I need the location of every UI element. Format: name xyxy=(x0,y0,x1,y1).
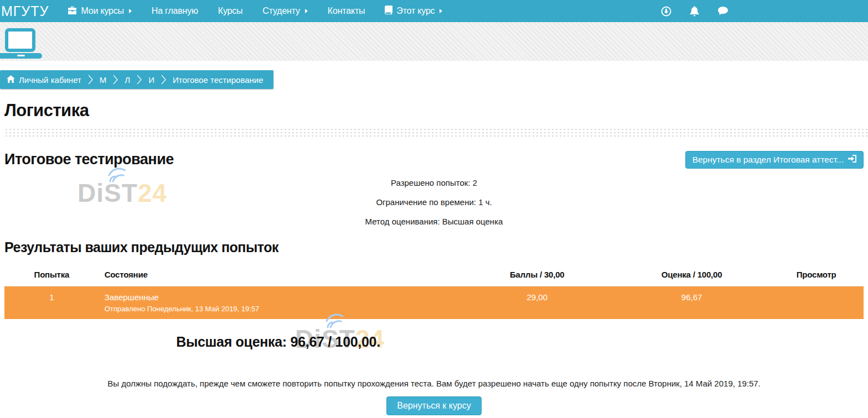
nav-item-courses[interactable]: Курсы xyxy=(208,0,253,22)
laptop-base xyxy=(0,53,42,59)
nav-label: Мои курсы xyxy=(81,6,123,16)
cell-attempt-number: 1 xyxy=(4,286,99,320)
nav-item-student[interactable]: Студенту xyxy=(252,0,318,22)
header-state: Состояние xyxy=(99,262,460,286)
back-to-section-button[interactable]: Вернуться в раздел Итоговая аттест... xyxy=(685,151,864,169)
breadcrumb-i[interactable]: И xyxy=(148,75,154,85)
quiz-info: DiST24 Разрешено попыток: 2 Ограничение … xyxy=(0,178,868,226)
caret-right-icon xyxy=(129,9,132,13)
breadcrumb-current: Итоговое тестирование xyxy=(173,75,264,85)
nav-label: Курсы xyxy=(218,6,243,16)
header-band xyxy=(0,22,868,61)
breadcrumb-label: Личный кабинет xyxy=(19,75,81,85)
cell-state: Завершенные Отправлено Понедельник, 13 М… xyxy=(99,286,460,320)
grading-method-text: Метод оценивания: Высшая оценка xyxy=(0,217,868,226)
cell-grade: 96,67 xyxy=(614,286,769,320)
bell-icon[interactable] xyxy=(690,6,699,17)
chevron-right-icon xyxy=(137,75,142,85)
navbar-right-icons xyxy=(661,6,868,17)
breadcrumb-l[interactable]: Л xyxy=(125,75,130,85)
chevron-right-icon xyxy=(161,75,166,85)
header-attempt: Попытка xyxy=(4,262,99,286)
attempts-allowed-text: Разрешено попыток: 2 xyxy=(0,178,868,187)
book-icon xyxy=(385,6,392,17)
caret-right-icon xyxy=(305,9,308,13)
breadcrumb-m[interactable]: М xyxy=(100,75,107,85)
nav-item-contacts[interactable]: Контакты xyxy=(318,0,375,22)
nav-item-this-course[interactable]: Этот курс xyxy=(375,0,452,22)
chevron-right-icon xyxy=(113,75,118,85)
nav-item-home[interactable]: На главную xyxy=(142,0,208,22)
nav-item-my-courses[interactable]: Мои курсы xyxy=(58,0,141,22)
caret-right-icon xyxy=(440,9,442,13)
course-title: Логистика xyxy=(4,101,868,121)
arrow-circle-down-icon[interactable] xyxy=(661,6,671,17)
nav-label: Студенту xyxy=(262,6,300,16)
nav-label: Этот курс xyxy=(396,6,435,16)
cell-review xyxy=(769,286,864,320)
laptop-logo-icon[interactable] xyxy=(0,28,42,59)
chevron-right-icon xyxy=(88,75,93,85)
dotted-divider xyxy=(4,128,868,137)
table-header-row: Попытка Состояние Баллы / 30,00 Оценка /… xyxy=(4,262,864,286)
top-navbar: МГУТУ Мои курсы На главную Курсы Студент… xyxy=(0,0,868,22)
comment-icon[interactable] xyxy=(717,6,728,16)
briefcase-icon xyxy=(68,6,77,17)
nav-label: На главную xyxy=(152,6,198,16)
table-row: 1 Завершенные Отправлено Понедельник, 13… xyxy=(4,286,864,320)
state-detail: Отправлено Понедельник, 13 Май 2019, 19:… xyxy=(105,305,454,313)
nav-label: Контакты xyxy=(328,6,365,16)
cell-marks: 29,00 xyxy=(460,286,614,320)
quiz-title: Итоговое тестирование xyxy=(4,151,174,168)
results-heading: Результаты ваших предыдущих попыток xyxy=(4,239,868,255)
back-to-course-button[interactable]: Вернуться к курсу xyxy=(386,396,481,415)
state-label: Завершенные xyxy=(105,292,454,302)
back-to-section-label: Вернуться в раздел Итоговая аттест... xyxy=(693,155,844,165)
best-grade-text: Высшая оценка: 96,67 / 100,00. xyxy=(0,334,556,350)
header-review: Просмотр xyxy=(769,262,864,286)
breadcrumb-dashboard[interactable]: Личный кабинет xyxy=(7,75,81,85)
laptop-screen xyxy=(5,28,35,52)
wait-message: Вы должны подождать, прежде чем сможете … xyxy=(0,379,868,388)
sign-in-icon xyxy=(848,155,856,165)
breadcrumb: Личный кабинет М Л И Итоговое тестирован… xyxy=(0,70,273,89)
time-limit-text: Ограничение по времени: 1 ч. xyxy=(0,197,868,207)
site-logo[interactable]: МГУТУ xyxy=(0,3,58,19)
back-to-course-label: Вернуться к курсу xyxy=(397,401,471,411)
attempts-table: Попытка Состояние Баллы / 30,00 Оценка /… xyxy=(4,262,864,319)
header-marks: Баллы / 30,00 xyxy=(460,262,614,286)
home-icon xyxy=(7,75,15,85)
header-grade: Оценка / 100,00 xyxy=(614,262,769,286)
